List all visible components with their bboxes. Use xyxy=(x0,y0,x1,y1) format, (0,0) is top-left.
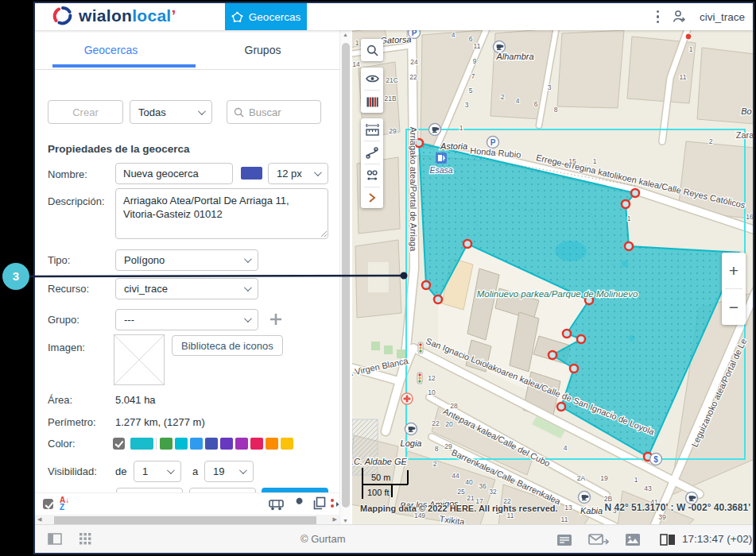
search-input[interactable] xyxy=(249,106,312,118)
tab-grupos[interactable]: Grupos xyxy=(187,30,339,70)
descripcion-textarea[interactable] xyxy=(115,188,328,239)
geofence-vertex[interactable] xyxy=(577,335,585,343)
create-button[interactable]: Crear xyxy=(48,100,123,124)
geofence-vertex[interactable] xyxy=(434,295,442,303)
geofence-vertex[interactable] xyxy=(570,365,578,373)
grupo-select[interactable]: --- xyxy=(115,309,258,330)
palette-swatch-5[interactable] xyxy=(235,438,248,450)
group-button[interactable] xyxy=(361,164,383,187)
map-label: Esasa xyxy=(429,165,452,175)
color-checkbox[interactable] xyxy=(113,438,125,450)
house-number: 36 xyxy=(479,482,487,490)
visibility-to-select[interactable]: 19 xyxy=(204,461,254,482)
sort-az-icon[interactable]: A↓Z xyxy=(60,496,69,511)
apps-grid-icon[interactable] xyxy=(79,533,91,545)
filter-select[interactable]: Todas xyxy=(130,100,212,124)
expand-tools-button[interactable] xyxy=(361,187,383,208)
username[interactable]: civi_trace xyxy=(700,11,745,23)
hscroll-thumb[interactable] xyxy=(54,516,316,524)
resize-handle-icon[interactable] xyxy=(320,230,328,237)
panel-tabs: Geocercas Grupos xyxy=(35,30,339,70)
house-number: 2 xyxy=(433,460,437,468)
zoom-out-button[interactable]: − xyxy=(722,289,746,325)
palette-swatch-7[interactable] xyxy=(266,438,278,450)
current-color-swatch[interactable] xyxy=(130,438,153,450)
geofence-vertex[interactable] xyxy=(563,330,571,338)
map-canvas[interactable]: PP$ GatorsaAlhambraAstoriaEsasaHonda Rub… xyxy=(352,30,753,525)
select-all-checkbox[interactable] xyxy=(43,499,53,509)
geofences-app-tab[interactable]: Geocercas xyxy=(225,3,307,30)
units-icon[interactable] xyxy=(269,497,285,512)
color-label: Color: xyxy=(48,438,76,450)
house-number: 22 xyxy=(432,419,440,427)
copy-icon[interactable] xyxy=(313,496,326,510)
svg-text:P: P xyxy=(412,30,417,37)
mail-arrow-icon[interactable] xyxy=(588,533,609,546)
empty-image-icon xyxy=(114,335,164,384)
map-tool-controls xyxy=(361,118,383,208)
map-label: Bo xyxy=(741,106,751,116)
scroll-down-icon[interactable]: ▼ xyxy=(343,518,348,523)
pharmacy-icon xyxy=(401,393,413,404)
tools-icon[interactable] xyxy=(293,497,307,511)
geofence-image-box[interactable] xyxy=(114,334,165,385)
search-field[interactable] xyxy=(227,100,321,124)
panel-bottom-toolbar: A↓Z xyxy=(35,492,339,515)
add-group-icon[interactable] xyxy=(269,312,283,326)
extra-menu-icon[interactable] xyxy=(330,498,339,509)
split-view-icon[interactable] xyxy=(660,534,676,546)
house-number: 3 xyxy=(465,101,469,109)
map-label: Alhambra xyxy=(495,52,533,61)
palette-swatch-1[interactable] xyxy=(175,438,188,450)
vertical-scrollbar[interactable]: ▲ ▼ xyxy=(339,30,351,525)
geofence-vertex[interactable] xyxy=(622,200,630,208)
recurso-select[interactable]: civi_trace xyxy=(115,278,258,299)
house-number: 16 xyxy=(746,213,753,221)
scroll-up-icon[interactable]: ▲ xyxy=(343,32,348,37)
notes-icon[interactable] xyxy=(556,534,572,546)
geofence-vertex[interactable] xyxy=(631,189,639,197)
ruler-button[interactable] xyxy=(361,118,383,141)
user-icon[interactable] xyxy=(671,9,687,25)
toggle-panel-icon[interactable] xyxy=(48,533,62,545)
house-number: 2 xyxy=(709,137,713,145)
font-size-select[interactable]: 12 px xyxy=(268,163,328,184)
visibility-from-select[interactable]: 1 xyxy=(134,461,181,482)
label-color-swatch[interactable] xyxy=(241,167,262,180)
house-number: 32 xyxy=(489,488,497,496)
geofence-vertex[interactable] xyxy=(463,240,471,248)
clock: 17:13:47 (+02) xyxy=(682,533,752,545)
palette-swatch-6[interactable] xyxy=(250,438,263,450)
scroll-left-icon[interactable]: ◀ xyxy=(37,516,41,523)
palette-swatch-3[interactable] xyxy=(205,438,218,450)
palette-swatch-4[interactable] xyxy=(220,438,233,450)
scroll-right-icon[interactable]: ▶ xyxy=(333,516,337,523)
palette-swatch-2[interactable] xyxy=(190,438,203,450)
house-number: 10 xyxy=(428,388,436,396)
cafe-icon xyxy=(579,492,591,504)
nombre-input[interactable] xyxy=(115,163,233,184)
house-number: 4 xyxy=(564,444,568,452)
geofence-vertex[interactable] xyxy=(549,351,556,359)
geofence-vertex[interactable] xyxy=(625,242,633,250)
house-number: 24 xyxy=(410,58,418,66)
zoom-in-button[interactable]: + xyxy=(722,253,746,288)
image-icon[interactable] xyxy=(625,533,641,546)
house-number: 12 xyxy=(428,374,436,382)
more-menu-icon[interactable] xyxy=(655,9,658,25)
map-source-button[interactable] xyxy=(361,91,383,113)
visibility-from-value: 1 xyxy=(142,465,148,477)
track-button[interactable] xyxy=(361,141,383,164)
icon-library-button[interactable]: Biblioteca de iconos xyxy=(172,335,283,356)
palette-swatch-0[interactable] xyxy=(160,438,173,450)
visibility-button[interactable] xyxy=(361,68,383,90)
house-number: 2 xyxy=(501,93,505,101)
house-number: 6 xyxy=(469,35,473,43)
geofence-vertex[interactable] xyxy=(557,403,565,411)
geofence-vertex[interactable] xyxy=(422,281,430,289)
palette-swatch-8[interactable] xyxy=(281,438,293,450)
vscroll-thumb[interactable] xyxy=(342,43,350,508)
tab-grupos-label: Grupos xyxy=(245,44,281,56)
map-search-button[interactable] xyxy=(361,39,383,61)
tipo-select[interactable]: Polígono xyxy=(115,249,258,271)
